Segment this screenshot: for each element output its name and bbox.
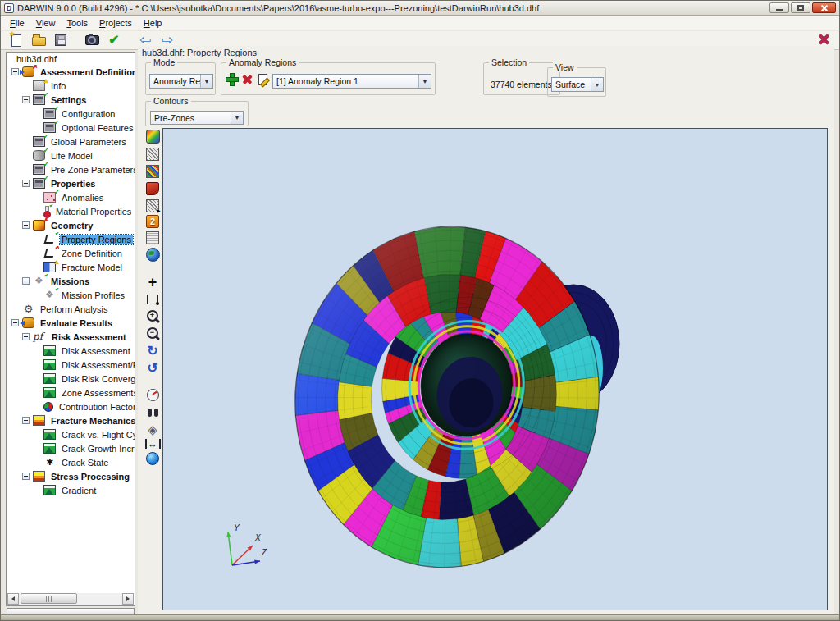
contours-group: Contours Pre-Zones <box>145 101 249 126</box>
solid-model-button[interactable] <box>145 180 161 196</box>
expander-icon[interactable] <box>22 277 30 285</box>
expander-icon[interactable] <box>22 221 30 229</box>
tree-item-missions[interactable]: ✓Missions <box>7 274 135 288</box>
tree-item-risk-assessment[interactable]: pfRisk Assessment <box>7 330 135 344</box>
tree-item-stress-processing[interactable]: Stress Processing <box>7 469 135 483</box>
rotate-cw-button[interactable]: ↻ <box>145 343 161 358</box>
measure-button[interactable]: ↔ <box>145 439 161 449</box>
tree-item-crack-state[interactable]: Crack State <box>7 455 135 469</box>
scrollbar-track[interactable] <box>19 593 122 605</box>
expander-icon[interactable] <box>22 96 30 103</box>
tree-item-gradient[interactable]: Gradient <box>7 483 135 497</box>
open-folder-button[interactable] <box>28 32 49 48</box>
tree-item-fracture-mechanics[interactable]: Fracture Mechanics <box>7 413 135 427</box>
project-tree-panel: hub3d.dhf ✗Assessment Definition▲Info✓Se… <box>6 52 135 606</box>
tree-item-label: Gradient <box>60 486 98 495</box>
minimize-button[interactable] <box>769 2 789 13</box>
scrollbar-thumb[interactable] <box>21 593 77 604</box>
move-button[interactable]: ◈ <box>145 422 161 437</box>
tree-item-contribution-factors[interactable]: Contribution Factors <box>7 400 135 413</box>
mesh-pick-button[interactable] <box>145 198 161 213</box>
menu-tools[interactable]: Tools <box>61 17 94 29</box>
tree-item-crack-growth-increment[interactable]: Crack Growth Increment <box>7 441 135 455</box>
mesh-button[interactable] <box>145 146 161 162</box>
tree-item-geometry[interactable]: ✗Geometry <box>7 218 135 232</box>
tree-item-zone-definition[interactable]: ✗Zone Definition <box>7 246 135 260</box>
gauge-button[interactable] <box>145 387 161 403</box>
tree-item-settings[interactable]: ✓Settings <box>7 93 135 107</box>
tree-item-crack-vs-flight-cycles[interactable]: Crack vs. Flight Cycles <box>7 427 135 441</box>
tree-item-property-regions[interactable]: ✓Property Regions <box>7 232 135 246</box>
anomaly-region-select[interactable]: [1] Anomaly Region 1 <box>272 74 431 89</box>
mode-select[interactable]: Anomaly Regions <box>149 74 213 89</box>
assess-icon: ✗ <box>22 66 34 77</box>
contours-group-label: Contours <box>151 96 191 106</box>
tree-item-fracture-model[interactable]: ▲Fracture Model <box>7 260 135 274</box>
tree-item-optional-features[interactable]: ✓Optional Features <box>7 121 135 135</box>
globe-button[interactable] <box>145 247 161 263</box>
mesh-gray-button[interactable] <box>145 230 161 245</box>
tree-item-mission-profiles[interactable]: ✓Mission Profiles <box>7 288 135 302</box>
tree-horizontal-scrollbar[interactable] <box>7 593 134 605</box>
expander-icon[interactable] <box>11 68 19 75</box>
contour-plot-button[interactable] <box>145 129 161 144</box>
tree-item-properties[interactable]: ✓Properties <box>7 176 135 190</box>
tree-item-configuration[interactable]: ✓Configuration <box>7 107 135 121</box>
scroll-right-arrow[interactable] <box>122 593 134 605</box>
disk-model <box>278 212 615 582</box>
add-region-button[interactable] <box>225 72 239 86</box>
close-button[interactable] <box>812 2 836 13</box>
tree-item-global-parameters[interactable]: ✓Global Parameters <box>7 135 135 148</box>
box-select-button[interactable] <box>145 291 161 307</box>
sphere-button[interactable] <box>145 450 161 466</box>
panel-title: hub3d.dhf: Property Regions <box>142 48 257 57</box>
find-button[interactable] <box>145 404 161 420</box>
tree-item-life-model[interactable]: ✓Life Model <box>7 148 135 162</box>
tree-item-assessment-definition[interactable]: ✗Assessment Definition <box>7 65 135 79</box>
expander-icon[interactable] <box>22 180 30 187</box>
tree-item-zone-assessments[interactable]: Zone Assessments <box>7 386 135 400</box>
new-file-button[interactable] <box>6 32 27 48</box>
tree-item-perform-analysis[interactable]: Perform Analysis <box>7 302 135 316</box>
expander-icon[interactable] <box>22 333 30 340</box>
contours-select[interactable]: Pre-Zones <box>150 111 244 125</box>
menu-projects[interactable]: Projects <box>94 17 138 29</box>
zoom-in-button[interactable] <box>145 308 161 324</box>
save-button[interactable] <box>50 32 71 48</box>
open-folder-icon <box>32 37 46 46</box>
delete-region-button[interactable] <box>240 72 254 86</box>
tree-item-material-properties[interactable]: ✓Material Properties <box>7 204 135 218</box>
menu-file[interactable]: File <box>4 17 30 29</box>
validate-button[interactable]: ✔ <box>103 32 125 48</box>
snapshot-button[interactable] <box>81 32 103 48</box>
tree-root-item[interactable]: hub3d.dhf <box>7 53 135 65</box>
tree-item-info[interactable]: ▲Info <box>7 79 135 93</box>
viewport-3d[interactable]: YXZ <box>162 128 828 610</box>
error-mark: ✗ <box>32 65 39 71</box>
menu-help[interactable]: Help <box>138 17 168 29</box>
expander-icon[interactable] <box>22 473 30 480</box>
tree-item-evaluate-results[interactable]: Evaluate Results <box>7 316 135 330</box>
zoom-out-button[interactable] <box>145 326 161 341</box>
expander-icon[interactable] <box>22 417 30 424</box>
rotate-ccw-button[interactable]: ↺ <box>145 360 161 376</box>
tree-item-anomalies[interactable]: ✓Anomalies <box>7 190 135 204</box>
scroll-left-arrow[interactable] <box>7 593 19 605</box>
tree-item-disk-risk-convergence[interactable]: Disk Risk Convergence <box>7 372 135 386</box>
pan-button[interactable]: + <box>145 274 161 290</box>
expander-icon[interactable] <box>11 319 19 326</box>
tree-item-label: Crack State <box>60 458 110 468</box>
anomaly-regions-group: Anomaly Regions [1] Anomaly Region 1 <box>221 62 436 95</box>
menu-view[interactable]: View <box>30 17 62 29</box>
mesh-colors-button[interactable] <box>145 163 161 179</box>
chart-icon <box>43 359 56 370</box>
tree-item-disk-assessment-flight-c[interactable]: Disk Assessment/Flight C <box>7 358 135 372</box>
app-icon: D <box>4 3 14 13</box>
tree-item-disk-assessment[interactable]: Disk Assessment <box>7 344 135 358</box>
maximize-button[interactable] <box>791 2 810 13</box>
view-select[interactable]: Surface <box>551 77 604 92</box>
panel-close-button[interactable] <box>816 31 831 46</box>
edit-region-button[interactable] <box>256 72 270 86</box>
anomaly-count-button[interactable]: 2 <box>146 215 159 228</box>
tree-item-pre-zone-parameters[interactable]: ✓Pre-Zone Parameters <box>7 162 135 176</box>
